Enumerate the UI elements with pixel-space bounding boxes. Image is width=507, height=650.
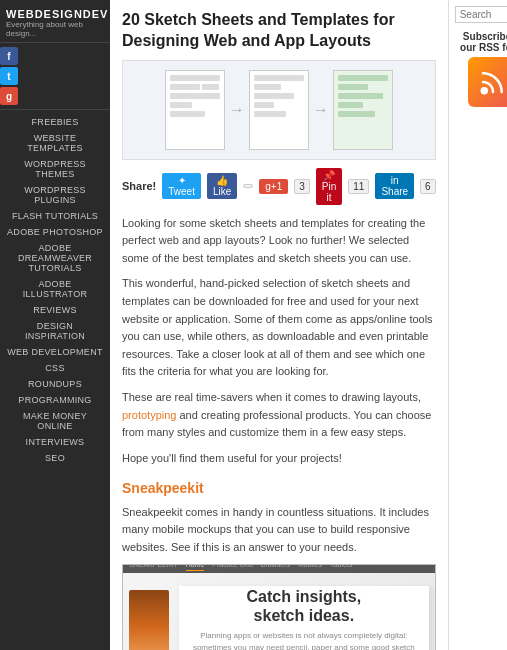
- main-content: 20 Sketch Sheets and Templates for Desig…: [110, 0, 448, 650]
- share-label: Share!: [122, 180, 156, 192]
- flow-diagram-3: [333, 70, 393, 150]
- sneakpeekit-card-content: Catch insights,sketch ideas. Planning ap…: [123, 573, 435, 650]
- sidebar-item-reviews[interactable]: REVIEWS: [0, 302, 110, 318]
- sidebar-item-wordpress-themes[interactable]: WORDPRESS THEMES: [0, 156, 110, 182]
- sneakpeekit-text-box: Catch insights,sketch ideas. Planning ap…: [179, 586, 429, 650]
- flow-arrow-2: →: [313, 101, 329, 119]
- facebook-social-icon[interactable]: f: [0, 47, 18, 65]
- flow-diagram-1: [165, 70, 225, 150]
- sidebar-item-illustrator[interactable]: ADOBE ILLUSTRATOR: [0, 276, 110, 302]
- twitter-social-icon[interactable]: t: [0, 67, 18, 85]
- sidebar-item-flash-tutorials[interactable]: FLASH TUTORIALS: [0, 208, 110, 224]
- sidebar-item-make-money[interactable]: MAKE MONEY ONLINE: [0, 408, 110, 434]
- sneakpeekit-pencil-image: [129, 590, 169, 650]
- right-sidebar: 🔍 Subscribe to our RSS feed!: [448, 0, 507, 650]
- share-bar: Share! ✦ Tweet 👍 Like g+1 3 📌 Pin it 11 …: [122, 168, 436, 205]
- sneakpeekit-tagline: Catch insights,sketch ideas.: [246, 587, 361, 625]
- nav-browsers[interactable]: Browsers: [261, 564, 290, 571]
- hero-image: → →: [122, 60, 436, 160]
- sneakpeekit-body: Sneakpeekit comes in handy in countless …: [122, 504, 436, 557]
- sneakpeekit-nav-bar: SNEAKPEEKIT Home Practice Grid Browsers …: [123, 564, 435, 573]
- pinterest-share-button[interactable]: 📌 Pin it: [316, 168, 342, 205]
- sidebar-item-freebies[interactable]: FREEBIES: [0, 114, 110, 130]
- hero-diagram: → →: [165, 70, 393, 150]
- search-input[interactable]: [460, 9, 507, 20]
- sidebar-item-adobe-photoshop[interactable]: ADOBE PHOTOSHOP: [0, 224, 110, 240]
- sidebar-item-programming[interactable]: PROGRAMMING: [0, 392, 110, 408]
- sidebar-item-wordpress-plugins[interactable]: WORDPRESS PLUGINS: [0, 182, 110, 208]
- intro-paragraph-2: This wonderful, hand-picked selection of…: [122, 275, 436, 381]
- sidebar-item-dreamweaver[interactable]: ADOBE DREAMWEAVER TUTORIALS: [0, 240, 110, 276]
- prototyping-link[interactable]: prototyping: [122, 409, 176, 421]
- sidebar-item-seo[interactable]: SEO: [0, 450, 110, 466]
- rss-icon[interactable]: [468, 57, 507, 107]
- logo-main-text: WEBDESIGNDEV: [6, 8, 104, 20]
- twitter-share-button[interactable]: ✦ Tweet: [162, 173, 201, 199]
- nav-tablets[interactable]: Tablets: [330, 564, 352, 571]
- sneakpeekit-title[interactable]: Sneakpeekit: [122, 477, 436, 499]
- page-title: 20 Sketch Sheets and Templates for Desig…: [122, 10, 436, 52]
- pinterest-count: 11: [348, 179, 369, 194]
- logo-sub-text: Everything about web design...: [6, 20, 104, 38]
- linkedin-share-button[interactable]: in Share: [375, 173, 414, 199]
- sneakpeekit-card[interactable]: SNEAKPEEKIT Home Practice Grid Browsers …: [122, 564, 436, 650]
- site-logo: WEBDESIGNDEV Everything about web design…: [0, 0, 110, 43]
- sidebar-item-interviews[interactable]: INTERVIEWS: [0, 434, 110, 450]
- nav-practice[interactable]: Practice Grid: [212, 564, 252, 571]
- sneakpeekit-card-sub: Planning apps or websites is not always …: [187, 630, 421, 650]
- linkedin-count: 6: [420, 179, 436, 194]
- flow-diagram-2: [249, 70, 309, 150]
- intro-paragraph-1: Looking for some sketch sheets and templ…: [122, 215, 436, 268]
- social-icons: f t g: [0, 43, 110, 110]
- nav-mobiles[interactable]: Mobiles: [298, 564, 322, 571]
- gplus-share-button[interactable]: g+1: [259, 179, 288, 194]
- sidebar-item-roundups[interactable]: ROUNDUPS: [0, 376, 110, 392]
- article-body: Looking for some sketch sheets and templ…: [122, 215, 436, 650]
- svg-point-0: [481, 87, 489, 95]
- sidebar-navigation: FREEBIES WEBSITE TEMPLATES WORDPRESS THE…: [0, 110, 110, 470]
- rss-svg: [478, 67, 507, 97]
- sidebar-item-design-inspiration[interactable]: DESIGN INSPIRATION: [0, 318, 110, 344]
- left-sidebar: WEBDESIGNDEV Everything about web design…: [0, 0, 110, 650]
- facebook-share-button[interactable]: 👍 Like: [207, 173, 237, 199]
- flow-arrow: →: [229, 101, 245, 119]
- sidebar-item-css[interactable]: CSS: [0, 360, 110, 376]
- googleplus-social-icon[interactable]: g: [0, 87, 18, 105]
- sneakpeekit-logo-small: SNEAKPEEKIT: [129, 564, 178, 571]
- sidebar-item-website-templates[interactable]: WEBSITE TEMPLATES: [0, 130, 110, 156]
- rss-section: Subscribe to our RSS feed!: [455, 31, 507, 107]
- rss-title: Subscribe to our RSS feed!: [455, 31, 507, 53]
- intro-paragraph-3: These are real time-savers when it comes…: [122, 389, 436, 442]
- facebook-count: [243, 184, 253, 188]
- nav-home[interactable]: Home: [186, 564, 205, 571]
- sidebar-item-web-development[interactable]: WEB DEVELOPMENT: [0, 344, 110, 360]
- search-box[interactable]: 🔍: [455, 6, 507, 23]
- intro-paragraph-4: Hope you'll find them useful for your pr…: [122, 450, 436, 468]
- gplus-count: 3: [294, 179, 310, 194]
